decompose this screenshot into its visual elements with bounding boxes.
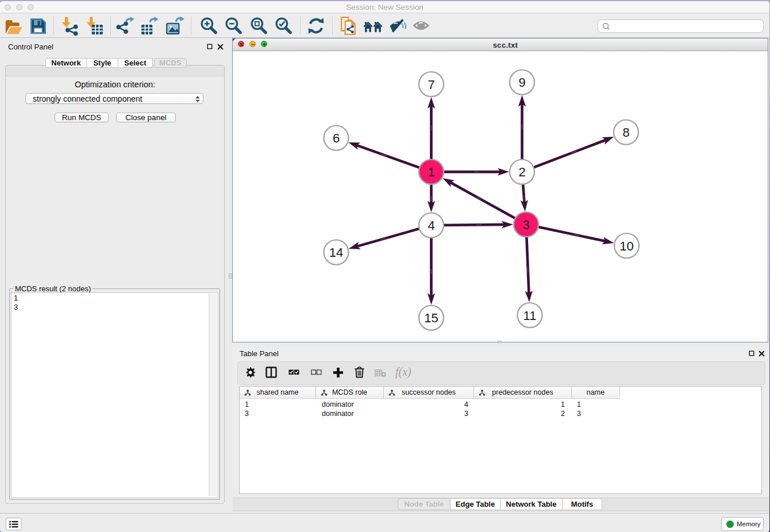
svg-text:7: 7 (428, 78, 434, 92)
svg-text:1: 1 (428, 165, 434, 179)
svg-text:2: 2 (518, 165, 525, 179)
svg-text:9: 9 (518, 75, 525, 90)
svg-text:3: 3 (522, 218, 529, 232)
svg-text:14: 14 (329, 245, 343, 260)
svg-text:8: 8 (622, 125, 629, 140)
svg-text:10: 10 (619, 239, 633, 253)
svg-text:11: 11 (523, 309, 537, 323)
svg-text:4: 4 (428, 218, 434, 233)
svg-text:15: 15 (424, 311, 438, 325)
svg-text:6: 6 (333, 131, 340, 145)
